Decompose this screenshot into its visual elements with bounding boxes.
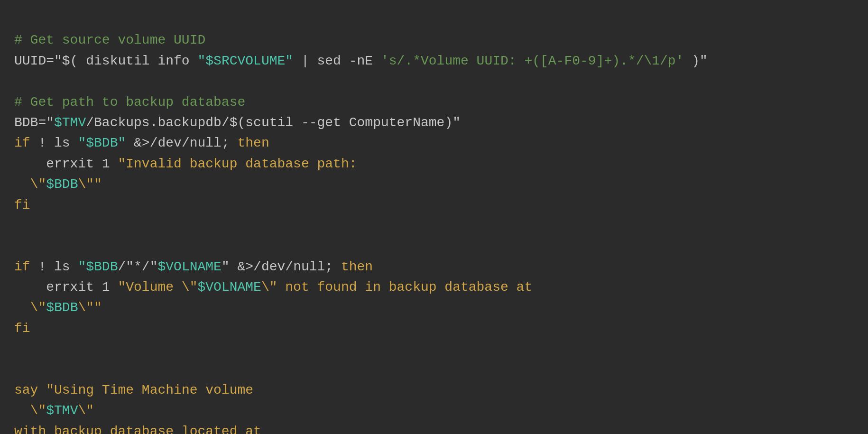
code-line-9: fi	[14, 195, 854, 215]
code-line-18: say "Using Time Machine volume	[14, 380, 854, 400]
code-line-13: errxit 1 "Volume \"$VOLNAME\" not found …	[14, 277, 854, 297]
code-line-10	[14, 215, 854, 236]
code-line-3	[14, 71, 854, 92]
code-line-14: \"$BDB\""	[14, 297, 854, 318]
code-line-20: with backup database located at	[14, 421, 854, 434]
code-line-19: \"$TMV\"	[14, 400, 854, 421]
code-line-12: if ! ls "$BDB/"*/"$VOLNAME" &>/dev/null;…	[14, 257, 854, 277]
code-line-4: # Get path to backup database	[14, 92, 854, 112]
code-line-1: # Get source volume UUID	[14, 30, 854, 50]
code-line-2: UUID="$( diskutil info "$SRCVOLUME" | se…	[14, 51, 854, 71]
code-line-17	[14, 360, 854, 380]
code-line-15: fi	[14, 318, 854, 339]
code-line-8: \"$BDB\""	[14, 174, 854, 194]
code-editor: # Get source volume UUIDUUID="$( diskuti…	[14, 9, 854, 434]
code-line-5: BDB="$TMV/Backups.backupdb/$(scutil --ge…	[14, 112, 854, 133]
code-line-6: if ! ls "$BDB" &>/dev/null; then	[14, 133, 854, 153]
code-line-16	[14, 339, 854, 359]
code-line-11	[14, 236, 854, 256]
code-line-7: errxit 1 "Invalid backup database path:	[14, 154, 854, 174]
